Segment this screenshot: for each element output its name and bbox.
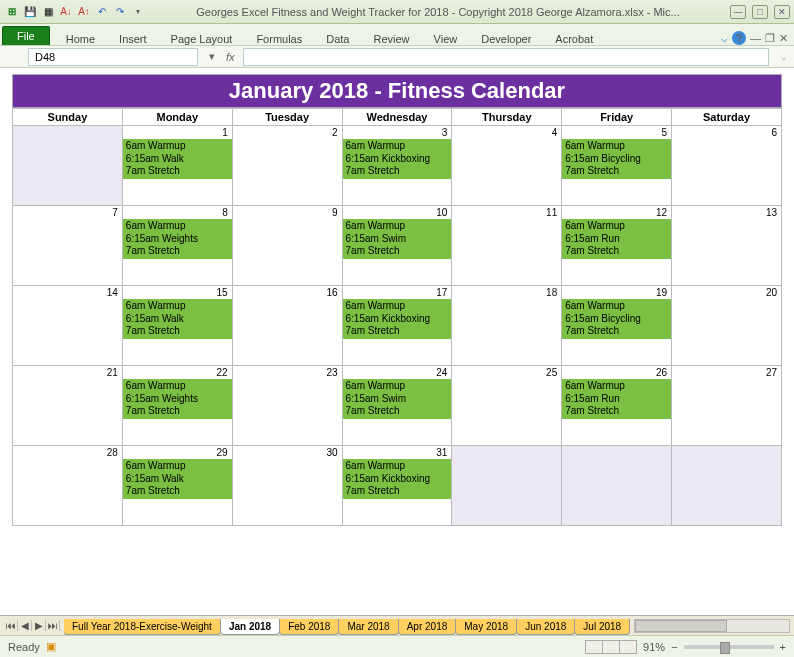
calendar-cell[interactable]: 36am Warmup6:15am Kickboxing7am Stretch [342,126,452,206]
zoom-in-button[interactable]: + [780,641,786,653]
calendar-cell[interactable]: 156am Warmup6:15am Walk7am Stretch [122,286,232,366]
calendar-cell[interactable]: 16am Warmup6:15am Walk7am Stretch [122,126,232,206]
fx-label[interactable]: fx [226,51,235,63]
ribbon-tab-data[interactable]: Data [314,30,361,48]
calendar-cell[interactable]: 28 [13,446,123,526]
calendar-cell[interactable]: 176am Warmup6:15am Kickboxing7am Stretch [342,286,452,366]
calendar-cell[interactable]: 16 [232,286,342,366]
undo-icon[interactable]: ↶ [94,4,110,20]
calendar-cell[interactable] [452,446,562,526]
calendar-cell[interactable]: 14 [13,286,123,366]
calendar-cell[interactable]: 296am Warmup6:15am Walk7am Stretch [122,446,232,526]
sheet-tab[interactable]: Feb 2018 [279,619,339,635]
qat-dropdown-icon[interactable]: ▼ [130,4,146,20]
calendar-cell[interactable] [13,126,123,206]
day-number: 2 [233,126,342,139]
sheet-tab[interactable]: Jun 2018 [516,619,575,635]
calendar-cell[interactable]: 56am Warmup6:15am Bicycling7am Stretch [562,126,672,206]
maximize-button[interactable]: □ [752,5,768,19]
formula-input[interactable] [243,48,769,66]
status-ready: Ready [8,641,40,653]
ribbon-tab-formulas[interactable]: Formulas [244,30,314,48]
sheet-nav-next-icon[interactable]: ▶ [32,620,46,631]
event-block: 6am Warmup6:15am Swim7am Stretch [343,379,452,419]
calendar-cell[interactable]: 18 [452,286,562,366]
minimize-button[interactable]: — [730,5,746,19]
day-number: 31 [343,446,452,459]
day-number: 6 [672,126,781,139]
sheet-tab[interactable]: Jan 2018 [220,619,280,635]
sheet-nav-prev-icon[interactable]: ◀ [18,620,32,631]
calendar-cell[interactable]: 13 [672,206,782,286]
help-icon[interactable]: ? [732,31,746,45]
calendar-cell[interactable]: 266am Warmup6:15am Run7am Stretch [562,366,672,446]
calendar-cell[interactable]: 4 [452,126,562,206]
normal-view-button[interactable] [585,640,603,654]
calendar-cell[interactable]: 6 [672,126,782,206]
sheet-nav-last-icon[interactable]: ⏭ [46,620,60,631]
ribbon-tab-page-layout[interactable]: Page Layout [159,30,245,48]
zoom-slider[interactable] [684,645,774,649]
sheet-tab[interactable]: Full Year 2018-Exercise-Weight [64,619,221,635]
file-tab[interactable]: File [2,26,50,45]
sheet-tab[interactable]: Jul 2018 [574,619,630,635]
calendar-cell[interactable]: 126am Warmup6:15am Run7am Stretch [562,206,672,286]
calendar-cell[interactable] [562,446,672,526]
day-number: 11 [452,206,561,219]
day-number: 16 [233,286,342,299]
calendar-cell[interactable]: 86am Warmup6:15am Weights7am Stretch [122,206,232,286]
sort-icon[interactable]: A↓ [58,4,74,20]
event-block: 6am Warmup6:15am Walk7am Stretch [123,299,232,339]
redo-icon[interactable]: ↷ [112,4,128,20]
zoom-out-button[interactable]: − [671,641,677,653]
calendar-cell[interactable]: 226am Warmup6:15am Weights7am Stretch [122,366,232,446]
sort2-icon[interactable]: A↑ [76,4,92,20]
calendar-cell[interactable]: 11 [452,206,562,286]
ribbon: File HomeInsertPage LayoutFormulasDataRe… [0,24,794,46]
formula-expand-icon[interactable]: ⌵ [781,52,786,62]
sheet-nav-first-icon[interactable]: ⏮ [4,620,18,631]
calendar-cell[interactable]: 23 [232,366,342,446]
calendar-cell[interactable]: 21 [13,366,123,446]
sheet-tab[interactable]: Apr 2018 [398,619,457,635]
calendar-cell[interactable]: 30 [232,446,342,526]
day-number: 24 [343,366,452,379]
day-number: 22 [123,366,232,379]
ribbon-tab-insert[interactable]: Insert [107,30,159,48]
day-number: 12 [562,206,671,219]
calendar-cell[interactable]: 7 [13,206,123,286]
calendar-cell[interactable]: 316am Warmup6:15am Kickboxing7am Stretch [342,446,452,526]
ribbon-tab-home[interactable]: Home [54,30,107,48]
sub-close-icon[interactable]: ✕ [779,32,788,45]
horizontal-scrollbar[interactable] [634,619,790,633]
calendar-cell[interactable]: 9 [232,206,342,286]
excel-icon[interactable]: ⊞ [4,4,20,20]
sheet-tab[interactable]: May 2018 [455,619,517,635]
sub-restore-icon[interactable]: ❐ [765,32,775,45]
calendar-cell[interactable]: 246am Warmup6:15am Swim7am Stretch [342,366,452,446]
calendar-cell[interactable]: 106am Warmup6:15am Swim7am Stretch [342,206,452,286]
ribbon-tab-developer[interactable]: Developer [469,30,543,48]
ribbon-collapse-icon[interactable]: ⌵ [721,32,728,45]
calendar-cell[interactable]: 25 [452,366,562,446]
sheet-tab[interactable]: Mar 2018 [338,619,398,635]
zoom-level[interactable]: 91% [643,641,665,653]
save-icon[interactable]: 💾 [22,4,38,20]
ribbon-tab-acrobat[interactable]: Acrobat [543,30,605,48]
sub-minimize-icon[interactable]: — [750,32,761,44]
name-box[interactable]: D48 [28,48,198,66]
page-break-view-button[interactable] [619,640,637,654]
print-icon[interactable]: ▦ [40,4,56,20]
ribbon-tab-review[interactable]: Review [361,30,421,48]
calendar-cell[interactable]: 196am Warmup6:15am Bicycling7am Stretch [562,286,672,366]
calendar-cell[interactable]: 2 [232,126,342,206]
ribbon-tab-view[interactable]: View [422,30,470,48]
namebox-dropdown-icon[interactable]: ▾ [206,50,218,63]
calendar-cell[interactable]: 20 [672,286,782,366]
day-number: 9 [233,206,342,219]
calendar-cell[interactable] [672,446,782,526]
calendar-cell[interactable]: 27 [672,366,782,446]
close-button[interactable]: ✕ [774,5,790,19]
spreadsheet-area[interactable]: January 2018 - Fitness Calendar SundayMo… [0,68,794,632]
page-layout-view-button[interactable] [602,640,620,654]
